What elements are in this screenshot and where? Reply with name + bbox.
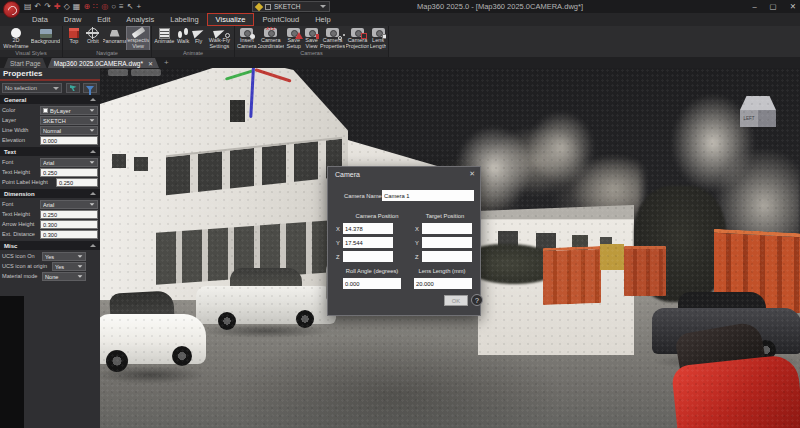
save-setup-button[interactable]: Save Setup: [285, 27, 303, 50]
camera-coordinates-button[interactable]: XYZ Camera Coordinates: [258, 27, 284, 50]
undo-icon[interactable]: ↶: [35, 3, 42, 11]
dropdown-value: Arial: [43, 202, 87, 208]
tool-icon-points[interactable]: ∷: [93, 3, 98, 11]
ok-button[interactable]: OK: [444, 295, 468, 306]
ext-distance-input[interactable]: [40, 230, 98, 239]
menu-tab-visualize[interactable]: Visualize: [207, 13, 255, 26]
tool-icon-circle[interactable]: ○: [111, 3, 116, 11]
layer-dropdown[interactable]: SKETCH: [40, 116, 98, 125]
target-y-input[interactable]: [422, 237, 472, 248]
filter-button[interactable]: [83, 83, 97, 93]
layer-combobox[interactable]: SKETCH: [252, 1, 330, 12]
button-label: Walk: [177, 39, 189, 45]
section-header-text[interactable]: Text: [0, 147, 100, 156]
section-header-general[interactable]: General: [0, 95, 100, 104]
viewport-overlay-button[interactable]: [131, 69, 161, 76]
tool-icon-target[interactable]: ⊕: [83, 3, 90, 11]
help-button[interactable]: ?: [471, 294, 483, 306]
tab-drawing[interactable]: Map360 2025.0CAMERA.dwg* ✕: [48, 58, 159, 68]
new-tab-button[interactable]: +: [164, 58, 169, 68]
save-icon[interactable]: ▤: [24, 3, 32, 11]
target-z-input[interactable]: [422, 251, 472, 262]
point-label-height-input[interactable]: [56, 178, 98, 187]
menu-tab-help[interactable]: Help: [307, 14, 338, 25]
minimize-button[interactable]: –: [752, 1, 756, 12]
menu-tab-analysis[interactable]: Analysis: [118, 14, 162, 25]
button-label: Orbit: [87, 39, 99, 45]
tool-icon-pointer[interactable]: ↖: [127, 3, 134, 11]
dim-text-height-input[interactable]: [40, 210, 98, 219]
dialog-close-icon[interactable]: ✕: [469, 170, 475, 178]
tool-icon-plus[interactable]: +: [136, 3, 141, 11]
close-button[interactable]: ✕: [790, 1, 796, 12]
menu-tab-labeling[interactable]: Labeling: [162, 14, 206, 25]
walk-fly-settings-button[interactable]: Walk-Fly Settings: [207, 27, 232, 50]
camera-projection-button[interactable]: Camera Projection: [346, 27, 369, 50]
elevation-input[interactable]: [40, 136, 98, 145]
arrow-height-input[interactable]: [40, 220, 98, 229]
property-row: Layer SKETCH: [2, 116, 98, 125]
top-view-button[interactable]: Top: [65, 27, 83, 50]
tab-close-icon[interactable]: ✕: [148, 60, 153, 67]
fly-button[interactable]: Fly: [192, 27, 206, 50]
color-dropdown[interactable]: ByLayer: [40, 106, 98, 115]
dim-font-dropdown[interactable]: Arial: [40, 200, 98, 209]
button-label: Insert Camera: [237, 38, 257, 50]
perspective-view-button[interactable]: Perspective View: [127, 27, 149, 50]
quick-select-button[interactable]: [66, 83, 80, 93]
title-bar: ▤ ↶ ↷ ✚ ◇ ▦ ⊕ ∷ ◎ ○ ≡ ↖ + SKETCH Map360 …: [0, 0, 800, 13]
text-font-dropdown[interactable]: Arial: [40, 158, 98, 167]
row-label: Text Height: [2, 169, 30, 175]
layer-color-chip: [265, 4, 271, 10]
ucs-icon-origin-dropdown[interactable]: Yes: [52, 262, 86, 271]
tool-icon-list[interactable]: ≡: [119, 3, 124, 11]
menu-tab-pointcloud[interactable]: PointCloud: [254, 14, 307, 25]
material-mode-dropdown[interactable]: None: [42, 272, 86, 281]
camera-z-input[interactable]: [343, 251, 393, 262]
color-swatch: [43, 108, 48, 113]
view-cube[interactable]: LEFT: [740, 96, 776, 128]
camera-properties-button[interactable]: Camera Properties: [320, 27, 344, 50]
animate-button[interactable]: Animate: [154, 27, 175, 50]
camera-x-input[interactable]: [343, 223, 393, 234]
menu-tab-edit[interactable]: Edit: [89, 14, 118, 25]
lens-length-input[interactable]: [414, 278, 472, 289]
xyz-badge: XYZ: [266, 27, 276, 32]
roll-angle-input[interactable]: [343, 278, 401, 289]
target-x-input[interactable]: [422, 223, 472, 234]
view-cube-top-face[interactable]: [740, 96, 776, 110]
camera-y-input[interactable]: [343, 237, 393, 248]
camera-name-input[interactable]: [382, 190, 474, 201]
lens-length-button[interactable]: Lens Length: [370, 27, 386, 50]
2d-wireframe-button[interactable]: 2D Wireframe: [2, 27, 30, 50]
ucs-icon-on-dropdown[interactable]: Yes: [42, 252, 86, 261]
axis-label-z: Z: [336, 254, 340, 260]
background-button[interactable]: Background: [31, 27, 60, 50]
orbit-button[interactable]: Orbit: [84, 27, 102, 50]
selection-dropdown[interactable]: No selection: [2, 83, 62, 93]
menu-tab-data[interactable]: Data: [24, 14, 56, 25]
tool-icon-circle-dot[interactable]: ◎: [101, 3, 108, 11]
tool-icon-cross[interactable]: ✚: [54, 3, 61, 11]
viewport-overlay-button[interactable]: [108, 69, 128, 76]
panorama-button[interactable]: Panorama: [103, 27, 127, 50]
save-view-button[interactable]: Save View: [304, 27, 320, 50]
section-title: Text: [4, 149, 90, 155]
tab-start-page[interactable]: Start Page: [4, 58, 47, 68]
maximize-button[interactable]: ▢: [770, 1, 777, 12]
insert-camera-button[interactable]: Insert Camera: [237, 27, 257, 50]
view-cube-left-face[interactable]: LEFT: [740, 110, 758, 127]
text-height-input[interactable]: [40, 168, 98, 177]
line-width-dropdown[interactable]: Normal: [40, 126, 98, 135]
walk-button[interactable]: Walk: [176, 27, 191, 50]
chevron-down-icon: [53, 87, 59, 90]
app-logo-icon[interactable]: [3, 1, 20, 18]
menu-tab-draw[interactable]: Draw: [56, 14, 90, 25]
view-cube-right-face[interactable]: [758, 110, 776, 127]
section-header-dimension[interactable]: Dimension: [0, 189, 100, 198]
section-header-misc[interactable]: Misc: [0, 241, 100, 250]
redo-icon[interactable]: ↷: [44, 3, 51, 11]
tool-icon-diamond[interactable]: ◇: [64, 3, 70, 11]
tool-icon-grid[interactable]: ▦: [73, 3, 81, 11]
gable-window: [134, 157, 148, 171]
